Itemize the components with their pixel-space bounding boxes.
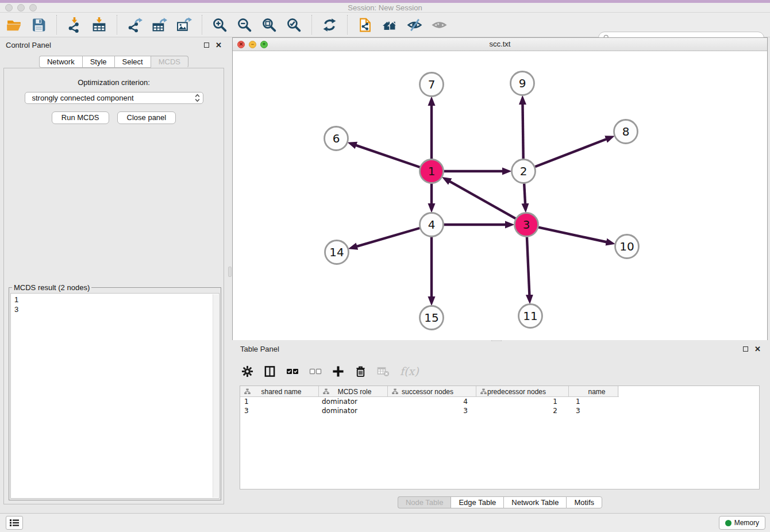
- graph-edge-2-3[interactable]: [524, 183, 525, 203]
- control-panel: Control Panel ✕ NetworkStyleSelectMCDS O…: [0, 37, 228, 510]
- graph-node-11[interactable]: 11: [519, 304, 542, 328]
- hide-graphics-details-icon[interactable]: [406, 16, 422, 33]
- zoom-in-icon[interactable]: [211, 16, 228, 33]
- tab-motifs[interactable]: Motifs: [566, 496, 602, 508]
- cell[interactable]: 3: [569, 406, 618, 415]
- zoom-selected-icon[interactable]: [286, 16, 302, 33]
- task-history-button[interactable]: [6, 516, 23, 530]
- graph-node-10[interactable]: 10: [615, 235, 639, 259]
- table-row[interactable]: 3dominator323: [240, 406, 759, 415]
- toolbar-separator: [117, 15, 117, 34]
- float-panel-icon[interactable]: [743, 346, 748, 352]
- svg-text:7: 7: [428, 78, 436, 91]
- tab-edge-table[interactable]: Edge Table: [451, 496, 503, 508]
- run-mcds-button[interactable]: Run MCDS: [52, 111, 109, 124]
- tab-network-table[interactable]: Network Table: [503, 496, 566, 508]
- network-canvas[interactable]: 7968124314101511: [233, 51, 767, 340]
- column-header-mcds-role[interactable]: MCDS role: [319, 386, 388, 397]
- tab-mcds[interactable]: MCDS: [151, 56, 188, 68]
- export-network-icon[interactable]: [126, 16, 143, 33]
- graph-edge-4-14[interactable]: [357, 228, 419, 246]
- tab-style[interactable]: Style: [82, 56, 114, 68]
- table-settings-icon[interactable]: [241, 365, 253, 377]
- close-panel-icon[interactable]: ✕: [754, 346, 761, 352]
- tab-network[interactable]: Network: [39, 56, 82, 68]
- svg-text:6: 6: [333, 132, 340, 145]
- split-columns-icon[interactable]: [264, 365, 276, 377]
- app-title: Session: New Session: [0, 3, 770, 13]
- home-icon[interactable]: [382, 16, 398, 33]
- table-tabs: Node TableEdge TableNetwork TableMotifs: [232, 496, 768, 508]
- mcds-result-list[interactable]: 13: [10, 293, 220, 499]
- cell[interactable]: 4: [388, 397, 476, 406]
- table-panel-title: Table Panel: [240, 345, 279, 353]
- graph-node-3[interactable]: 3: [515, 213, 538, 237]
- select-all-columns-icon[interactable]: [286, 365, 299, 377]
- graph-node-7[interactable]: 7: [420, 73, 444, 97]
- graph-node-15[interactable]: 15: [420, 306, 444, 330]
- column-header-name[interactable]: name: [569, 386, 618, 397]
- cell[interactable]: dominator: [319, 406, 388, 415]
- toolbar-separator: [202, 15, 202, 34]
- open-session-icon[interactable]: [6, 16, 22, 33]
- export-image-icon[interactable]: [176, 16, 192, 33]
- control-panel-tabs: NetworkStyleSelectMCDS: [0, 56, 228, 68]
- network-window-titlebar[interactable]: ✕ − + scc.txt: [233, 38, 767, 51]
- export-table-icon[interactable]: [151, 16, 167, 33]
- add-column-icon[interactable]: [332, 365, 344, 377]
- cell[interactable]: dominator: [319, 397, 388, 406]
- criterion-dropdown[interactable]: strongly connected component: [25, 92, 203, 104]
- graph-edge-2-9[interactable]: [522, 104, 523, 159]
- table-toolbar: f(x): [241, 360, 419, 383]
- deselect-all-columns-icon[interactable]: [309, 365, 322, 377]
- cell[interactable]: 1: [569, 397, 618, 406]
- tab-select[interactable]: Select: [114, 56, 151, 68]
- mcds-tab-content: Optimization criterion: strongly connect…: [3, 68, 224, 504]
- svg-text:8: 8: [622, 125, 630, 138]
- memory-button[interactable]: Memory: [719, 516, 765, 530]
- memory-status-icon: [725, 520, 732, 526]
- graph-edge-3-10[interactable]: [538, 228, 606, 242]
- cell[interactable]: 3: [388, 406, 476, 415]
- graph-node-2[interactable]: 2: [512, 160, 536, 183]
- graph-edge-1-6[interactable]: [356, 145, 420, 167]
- float-panel-icon[interactable]: [204, 43, 209, 48]
- show-graphics-details-icon[interactable]: [431, 16, 447, 33]
- graph-node-4[interactable]: 4: [420, 213, 444, 237]
- cell[interactable]: 3: [240, 406, 319, 415]
- column-header-successor-nodes[interactable]: successor nodes: [388, 386, 476, 397]
- zoom-out-icon[interactable]: [236, 16, 252, 33]
- svg-text:11: 11: [523, 309, 537, 323]
- column-header-shared-name[interactable]: shared name: [240, 386, 319, 397]
- graph-edge-3-11[interactable]: [527, 237, 529, 295]
- graph-node-9[interactable]: 9: [511, 72, 534, 95]
- delete-column-icon[interactable]: [355, 365, 367, 377]
- graph-edge-2-8[interactable]: [535, 139, 606, 167]
- table-panel: Table Panel ✕ f(x) shared nameMCDS rol: [232, 341, 768, 511]
- import-table-icon[interactable]: [91, 16, 107, 33]
- share-document-icon[interactable]: [357, 16, 373, 33]
- table-row[interactable]: 1dominator411: [240, 397, 759, 406]
- graph-node-8[interactable]: 8: [614, 120, 638, 144]
- zoom-fit-icon[interactable]: [261, 16, 277, 33]
- graph-node-1[interactable]: 1: [420, 160, 444, 183]
- result-scrollbar[interactable]: [213, 294, 218, 498]
- graph-node-6[interactable]: 6: [325, 127, 348, 151]
- graph-edge-3-1[interactable]: [450, 182, 515, 219]
- cell[interactable]: 1: [240, 397, 319, 406]
- table-body: 1dominator4113dominator323: [240, 397, 759, 415]
- tab-node-table[interactable]: Node Table: [398, 496, 451, 508]
- panel-splitter-handle[interactable]: [228, 267, 232, 277]
- result-line: 3: [14, 304, 215, 314]
- cell[interactable]: 1: [476, 397, 569, 406]
- import-network-icon[interactable]: [66, 16, 82, 33]
- graph-node-14[interactable]: 14: [325, 241, 349, 264]
- save-session-icon[interactable]: [30, 16, 47, 33]
- close-panel-button[interactable]: Close panel: [117, 111, 176, 124]
- svg-text:2: 2: [520, 164, 528, 178]
- cell[interactable]: 2: [476, 406, 569, 415]
- close-panel-icon[interactable]: ✕: [215, 43, 222, 48]
- refresh-icon[interactable]: [321, 16, 337, 33]
- column-header-predecessor-nodes[interactable]: predecessor nodes: [476, 386, 569, 397]
- table-header-row: shared nameMCDS rolesuccessor nodesprede…: [240, 386, 619, 397]
